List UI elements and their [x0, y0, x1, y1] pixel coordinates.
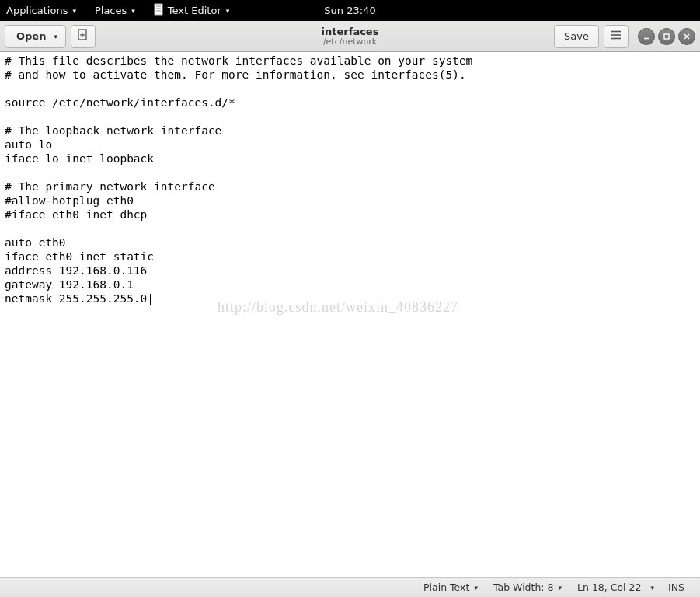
- chevron-down-icon: ▾: [559, 584, 562, 592]
- places-menu[interactable]: Places ▾: [95, 5, 135, 16]
- chevron-down-icon: ▾: [131, 7, 135, 15]
- applications-label: Applications: [6, 5, 68, 16]
- clock-label: Sun 23:40: [324, 5, 375, 16]
- save-button[interactable]: Save: [554, 25, 599, 48]
- tab-width-selector[interactable]: Tab Width: 8 ▾: [486, 581, 569, 593]
- save-label: Save: [564, 30, 589, 42]
- open-label: Open: [16, 30, 46, 42]
- new-document-icon: [77, 29, 89, 44]
- header-right: Save: [554, 25, 695, 48]
- header-bar: Open ▾ interfaces /etc/network Save: [0, 21, 700, 52]
- applications-menu[interactable]: Applications ▾: [6, 5, 76, 16]
- svg-rect-0: [155, 4, 162, 15]
- topbar-left: Applications ▾ Places ▾ Text Editor ▾: [6, 3, 229, 18]
- clock[interactable]: Sun 23:40: [324, 5, 375, 16]
- header-left: Open ▾: [5, 25, 96, 48]
- cursor-position[interactable]: Ln 18, Col 22: [569, 581, 649, 593]
- watermark-text: http://blog.csdn.net/weixin_40836227: [218, 300, 458, 314]
- document-path: /etc/network: [322, 37, 379, 47]
- editor-content: # This file describes the network interf…: [5, 54, 472, 305]
- svg-rect-11: [664, 34, 669, 39]
- chevron-down-icon: ▾: [72, 7, 76, 15]
- maximize-button[interactable]: [658, 28, 675, 45]
- syntax-selector[interactable]: Plain Text ▾: [416, 581, 486, 593]
- text-editor-icon: [154, 3, 165, 18]
- document-title: interfaces: [322, 26, 379, 37]
- minimize-button[interactable]: [638, 28, 655, 45]
- app-menu-label: Text Editor: [168, 5, 221, 16]
- gnome-top-bar: Applications ▾ Places ▾ Text Editor ▾ Su…: [0, 0, 700, 21]
- chevron-down-icon: ▾: [474, 584, 478, 592]
- hamburger-icon: [611, 30, 622, 42]
- title-block: interfaces /etc/network: [322, 26, 379, 46]
- chevron-down-icon: ▾: [226, 7, 230, 15]
- new-document-button[interactable]: [71, 25, 96, 48]
- hamburger-menu-button[interactable]: [604, 25, 629, 48]
- window-controls: [638, 28, 695, 45]
- close-button[interactable]: [678, 28, 695, 45]
- text-editor-area[interactable]: # This file describes the network interf…: [0, 52, 700, 577]
- syntax-label: Plain Text: [423, 581, 469, 593]
- chevron-down-icon: ▾: [54, 33, 57, 40]
- tab-width-label: Tab Width: 8: [493, 581, 554, 593]
- app-menu[interactable]: Text Editor ▾: [154, 3, 229, 18]
- status-bar: Plain Text ▾ Tab Width: 8 ▾ Ln 18, Col 2…: [0, 577, 700, 597]
- open-button[interactable]: Open ▾: [5, 25, 66, 48]
- insert-mode[interactable]: INS: [654, 581, 692, 593]
- insert-mode-label: INS: [668, 581, 684, 593]
- places-label: Places: [95, 5, 127, 16]
- cursor-position-label: Ln 18, Col 22: [577, 581, 641, 593]
- cursor: |: [147, 292, 154, 305]
